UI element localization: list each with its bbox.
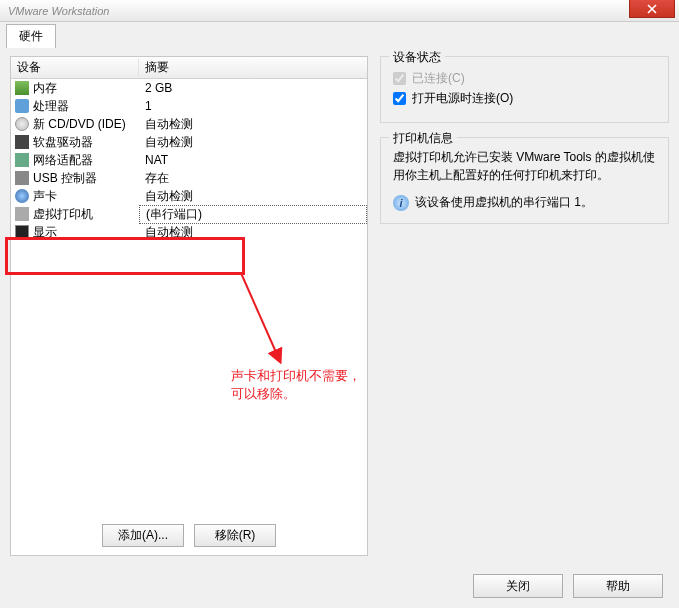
device-summary: 自动检测 [139, 134, 367, 151]
memory-icon [15, 81, 29, 95]
device-list[interactable]: 内存2 GB处理器1新 CD/DVD (IDE)自动检测软盘驱动器自动检测网络适… [11, 79, 367, 516]
device-list-header: 设备 摘要 [11, 57, 367, 79]
annotation-text: 声卡和打印机不需要，可以移除。 [231, 367, 367, 403]
add-device-button[interactable]: 添加(A)... [102, 524, 184, 547]
window-title: VMware Workstation [8, 5, 109, 17]
connect-at-poweron-checkbox[interactable] [393, 92, 406, 105]
titlebar: VMware Workstation [0, 0, 679, 22]
printer-info-note: 该设备使用虚拟机的串行端口 1。 [415, 194, 593, 211]
device-name: 新 CD/DVD (IDE) [33, 116, 139, 133]
device-row[interactable]: 显示自动检测 [11, 223, 367, 241]
connected-checkbox[interactable] [393, 72, 406, 85]
device-name: 软盘驱动器 [33, 134, 139, 151]
device-name: 虚拟打印机 [33, 206, 139, 223]
device-row[interactable]: 软盘驱动器自动检测 [11, 133, 367, 151]
device-list-panel: 设备 摘要 内存2 GB处理器1新 CD/DVD (IDE)自动检测软盘驱动器自… [10, 56, 368, 556]
device-row[interactable]: 内存2 GB [11, 79, 367, 97]
cd-icon [15, 117, 29, 131]
tab-bar: 硬件 [0, 22, 679, 48]
close-button[interactable]: 关闭 [473, 574, 563, 598]
device-summary: 自动检测 [139, 188, 367, 205]
close-window-button[interactable] [629, 0, 675, 18]
device-buttons: 添加(A)... 移除(R) [11, 516, 367, 555]
device-name: 处理器 [33, 98, 139, 115]
usb-icon [15, 171, 29, 185]
header-device[interactable]: 设备 [11, 59, 139, 76]
device-row[interactable]: 新 CD/DVD (IDE)自动检测 [11, 115, 367, 133]
device-row[interactable]: 虚拟打印机(串行端口) [11, 205, 367, 223]
device-row[interactable]: USB 控制器存在 [11, 169, 367, 187]
network-icon [15, 153, 29, 167]
device-row[interactable]: 声卡自动检测 [11, 187, 367, 205]
device-status-legend: 设备状态 [389, 49, 445, 66]
device-summary: 2 GB [139, 81, 367, 95]
printer-info-group: 打印机信息 虚拟打印机允许已安装 VMware Tools 的虚拟机使用你主机上… [380, 137, 669, 224]
printer-icon [15, 207, 29, 221]
dialog-footer: 关闭 帮助 [473, 574, 663, 598]
sound-icon [15, 189, 29, 203]
device-summary: 自动检测 [139, 224, 367, 241]
device-summary: NAT [139, 153, 367, 167]
tab-hardware[interactable]: 硬件 [6, 24, 56, 48]
device-summary: 存在 [139, 170, 367, 187]
device-name: 声卡 [33, 188, 139, 205]
device-row[interactable]: 网络适配器NAT [11, 151, 367, 169]
device-summary: (串行端口) [139, 205, 367, 224]
info-icon: i [393, 195, 409, 211]
close-icon [647, 4, 657, 14]
help-button[interactable]: 帮助 [573, 574, 663, 598]
device-status-group: 设备状态 已连接(C) 打开电源时连接(O) [380, 56, 669, 123]
connected-label: 已连接(C) [412, 70, 465, 87]
header-summary[interactable]: 摘要 [139, 59, 367, 76]
device-summary: 自动检测 [139, 116, 367, 133]
printer-info-legend: 打印机信息 [389, 130, 457, 147]
device-row[interactable]: 处理器1 [11, 97, 367, 115]
printer-info-text: 虚拟打印机允许已安装 VMware Tools 的虚拟机使用你主机上配置好的任何… [393, 148, 656, 184]
floppy-icon [15, 135, 29, 149]
display-icon [15, 225, 29, 239]
device-name: 内存 [33, 80, 139, 97]
cpu-icon [15, 99, 29, 113]
remove-device-button[interactable]: 移除(R) [194, 524, 276, 547]
device-name: USB 控制器 [33, 170, 139, 187]
device-name: 显示 [33, 224, 139, 241]
device-summary: 1 [139, 99, 367, 113]
connect-at-poweron-label: 打开电源时连接(O) [412, 90, 513, 107]
device-name: 网络适配器 [33, 152, 139, 169]
